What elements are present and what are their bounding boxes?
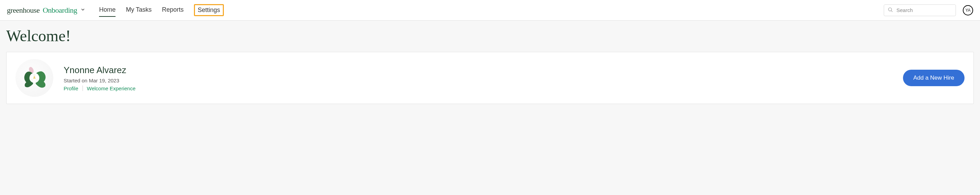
svg-line-1 <box>891 11 892 12</box>
logo-dropdown[interactable]: greenhouse Onboarding <box>7 6 85 15</box>
hire-avatar <box>16 59 53 97</box>
nav-home[interactable]: Home <box>99 4 116 16</box>
add-new-hire-button[interactable]: Add a New Hire <box>903 70 964 86</box>
page-title: Welcome! <box>6 27 974 45</box>
hire-links: Profile Welcome Experience <box>64 86 135 91</box>
hire-started-date: Started on Mar 19, 2023 <box>64 78 135 83</box>
svg-point-7 <box>35 74 39 79</box>
nav-my-tasks[interactable]: My Tasks <box>126 4 152 16</box>
link-separator <box>83 86 83 91</box>
nav-reports[interactable]: Reports <box>162 4 184 16</box>
svg-point-6 <box>30 74 34 79</box>
chevron-down-icon <box>81 7 85 13</box>
svg-point-0 <box>889 8 892 11</box>
search-icon <box>888 7 893 14</box>
main-nav: Home My Tasks Reports Settings <box>99 4 224 16</box>
nav-settings[interactable]: Settings <box>194 4 224 16</box>
logo-onboarding-text: Onboarding <box>43 6 77 14</box>
flower-icon <box>19 62 50 94</box>
header-right: YA <box>884 5 973 16</box>
app-header: greenhouse Onboarding Home My Tasks Repo… <box>0 0 980 21</box>
search-input[interactable] <box>896 7 952 13</box>
hire-info: Ynonne Alvarez Started on Mar 19, 2023 P… <box>64 65 135 91</box>
hire-card: Ynonne Alvarez Started on Mar 19, 2023 P… <box>6 52 974 104</box>
user-initials: YA <box>965 8 970 13</box>
svg-point-8 <box>32 79 37 82</box>
welcome-experience-link[interactable]: Welcome Experience <box>87 86 135 91</box>
user-avatar[interactable]: YA <box>963 5 973 16</box>
profile-link[interactable]: Profile <box>64 86 78 91</box>
hire-name: Ynonne Alvarez <box>64 65 135 76</box>
search-box[interactable] <box>884 5 956 16</box>
logo-greenhouse-text: greenhouse <box>7 6 40 14</box>
page-content: Welcome! Ynonne Alvarez Started on Mar 1… <box>0 27 980 104</box>
